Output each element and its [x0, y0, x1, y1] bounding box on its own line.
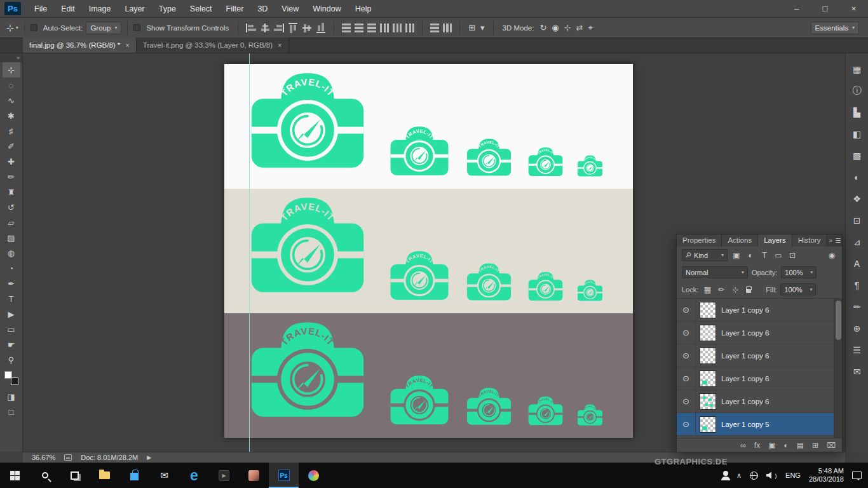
color-swatches[interactable]: [4, 371, 18, 385]
lasso-tool[interactable]: ∿: [3, 93, 20, 108]
align-bottom-icon[interactable]: [316, 23, 325, 33]
crop-tool[interactable]: ♯: [3, 123, 20, 139]
filter-toggle-icon[interactable]: ◉: [827, 251, 837, 260]
3d-scale-icon[interactable]: ⌖: [588, 23, 593, 33]
hidden-icons-chevron[interactable]: ∧: [736, 471, 742, 480]
clone-stamp-tool[interactable]: ♜: [3, 184, 20, 200]
brush-settings-panel-icon[interactable]: ✏: [848, 296, 867, 318]
current-tool-preset[interactable]: ⊹ ▾: [6, 23, 18, 33]
tab-history[interactable]: History: [792, 234, 827, 247]
menu-type[interactable]: Type: [152, 0, 183, 18]
healing-brush-tool[interactable]: ✚: [3, 154, 20, 169]
menu-file[interactable]: File: [27, 0, 54, 18]
file-explorer-button[interactable]: [90, 463, 119, 488]
eyedropper-tool[interactable]: ✐: [3, 139, 20, 154]
align-top-icon[interactable]: [288, 23, 297, 33]
task-view-button[interactable]: [60, 463, 90, 488]
lock-position-icon[interactable]: ⊹: [730, 285, 740, 294]
menu-edit[interactable]: Edit: [54, 0, 82, 18]
visibility-toggle[interactable]: ⊙: [677, 344, 696, 367]
layer-mask-icon[interactable]: ▣: [768, 441, 775, 450]
filter-pixel-icon[interactable]: ▣: [731, 251, 742, 260]
layer-row[interactable]: ⊙ Layer 1 copy 6: [677, 367, 842, 390]
align-vertical-center-icon[interactable]: [302, 23, 311, 33]
layer-name[interactable]: Layer 1 copy 6: [721, 398, 769, 405]
network-icon[interactable]: [750, 471, 758, 480]
hand-tool[interactable]: ☛: [3, 337, 20, 352]
mail-button[interactable]: ✉: [149, 463, 179, 488]
blend-mode-dropdown[interactable]: Normal ▾: [682, 266, 748, 278]
layer-thumbnail[interactable]: [700, 393, 716, 410]
store-button[interactable]: [119, 463, 149, 488]
layer-name[interactable]: Layer 1 copy 6: [721, 352, 769, 360]
distribute-bottom-icon[interactable]: [367, 24, 376, 32]
photo-shortcut-button[interactable]: [239, 463, 269, 488]
minimize-button[interactable]: –: [782, 0, 811, 18]
path-selection-tool[interactable]: ▶: [3, 306, 20, 322]
menu-filter[interactable]: Filter: [219, 0, 251, 18]
panel-menu-icon[interactable]: ☰: [834, 234, 842, 247]
media-app-button[interactable]: ▶: [209, 463, 239, 488]
status-options-arrow-icon[interactable]: ▶: [147, 454, 151, 461]
menu-image[interactable]: Image: [82, 0, 118, 18]
channels-panel-icon[interactable]: ⊡: [848, 210, 867, 231]
volume-icon[interactable]: [766, 471, 777, 480]
distribute-vertical-center-icon[interactable]: [355, 24, 363, 32]
rectangle-tool[interactable]: ▭: [3, 322, 20, 337]
collapse-panel-icon[interactable]: »: [827, 234, 834, 247]
filter-kind-dropdown[interactable]: ⚲ Kind ▾: [682, 249, 728, 261]
align-options-icon[interactable]: ▾: [480, 23, 485, 32]
visibility-toggle[interactable]: ⊙: [677, 390, 696, 412]
layer-thumbnail[interactable]: [700, 348, 716, 364]
tab-layers[interactable]: Layers: [758, 234, 792, 247]
lock-paint-icon[interactable]: ✏: [716, 285, 726, 294]
align-right-icon[interactable]: [274, 24, 284, 32]
paths-panel-icon[interactable]: ⊿: [848, 231, 867, 253]
gradient-tool[interactable]: ▨: [3, 230, 20, 245]
zoom-tool[interactable]: ⚲: [3, 352, 20, 367]
tab-travel-it-png[interactable]: Travel-it.png @ 33.3% (Layer 0, RGB/8) ×: [137, 37, 289, 53]
filter-shape-icon[interactable]: ▭: [773, 251, 783, 260]
vertical-guide[interactable]: [249, 53, 250, 452]
visibility-toggle[interactable]: ⊙: [677, 413, 696, 435]
menu-select[interactable]: Select: [183, 0, 219, 18]
restore-button[interactable]: □: [811, 0, 839, 18]
clone-source-panel-icon[interactable]: ⊕: [848, 318, 867, 339]
marquee-tool[interactable]: ◌: [3, 78, 20, 93]
fill-field[interactable]: 100% ▾: [780, 283, 816, 295]
distribute-left-icon[interactable]: [380, 24, 389, 32]
close-icon[interactable]: ×: [125, 41, 129, 49]
delete-layer-icon[interactable]: ⌧: [827, 441, 836, 450]
language-indicator[interactable]: ENG: [785, 471, 801, 479]
document-canvas[interactable]: [224, 64, 633, 438]
layer-effects-icon[interactable]: fx: [754, 441, 760, 450]
history-brush-tool[interactable]: ↺: [3, 200, 20, 215]
clock[interactable]: 5:48 AM 28/03/2018: [809, 467, 844, 484]
workspace-switcher[interactable]: Essentials ▾: [811, 22, 859, 34]
layer-row[interactable]: ⊙ Layer 1 copy 6: [677, 322, 842, 344]
move-tool[interactable]: ⊹: [3, 62, 20, 78]
link-layers-icon[interactable]: ∞: [740, 441, 746, 450]
show-transform-checkbox[interactable]: [133, 24, 140, 31]
close-icon[interactable]: ×: [278, 41, 281, 49]
brush-tool[interactable]: ✏: [3, 169, 20, 184]
tab-actions[interactable]: Actions: [722, 234, 758, 247]
auto-select-scope-dropdown[interactable]: Group ▾: [86, 22, 121, 34]
auto-select-checkbox[interactable]: [31, 24, 37, 31]
tab-properties[interactable]: Properties: [677, 234, 722, 247]
distribute-spacing-vertical-icon[interactable]: [430, 24, 439, 32]
distribute-spacing-horizontal-icon[interactable]: [443, 24, 452, 32]
adjustment-layer-icon[interactable]: ◐: [784, 441, 789, 450]
quick-selection-tool[interactable]: ✱: [3, 108, 20, 123]
layers-scrollbar[interactable]: [834, 299, 842, 440]
start-button[interactable]: [0, 463, 30, 488]
3d-drag-icon[interactable]: ⊹: [564, 23, 571, 32]
taskbar-search-button[interactable]: [30, 463, 60, 488]
menu-layer[interactable]: Layer: [118, 0, 151, 18]
filter-smart-object-icon[interactable]: ⊡: [787, 251, 797, 260]
layer-name[interactable]: Layer 1 copy 6: [721, 306, 769, 314]
layer-thumbnail[interactable]: [700, 325, 716, 341]
character-panel-icon[interactable]: A: [848, 253, 867, 274]
close-button[interactable]: ×: [839, 0, 868, 18]
layer-name[interactable]: Layer 1 copy 5: [721, 421, 769, 428]
